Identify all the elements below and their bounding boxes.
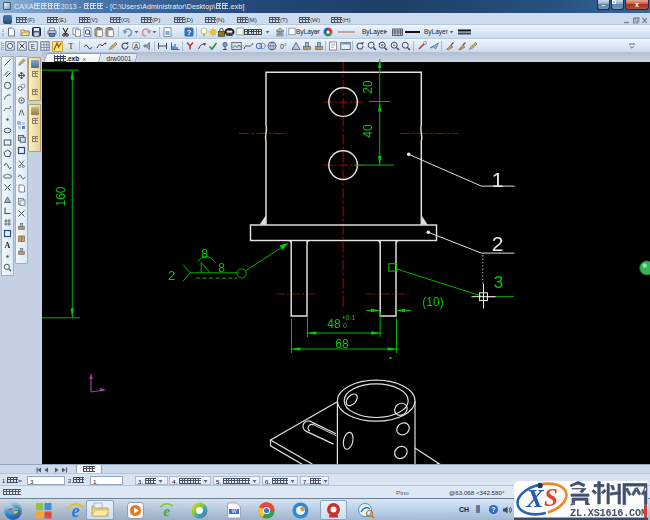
svg-text:(10): (10) <box>422 294 443 308</box>
svg-text:ZL.XS1616.COM: ZL.XS1616.COM <box>570 508 647 519</box>
svg-text:T: T <box>69 42 74 51</box>
svg-text:e: e <box>163 503 170 519</box>
svg-text:2: 2 <box>168 267 175 282</box>
svg-text:0: 0 <box>343 321 347 328</box>
svg-text:8: 8 <box>218 260 225 274</box>
svg-text:X: X <box>525 484 544 513</box>
svg-text:8: 8 <box>201 246 208 260</box>
svg-text:E: E <box>31 43 36 50</box>
svg-text:1: 1 <box>492 167 504 190</box>
svg-text:2: 2 <box>492 232 504 255</box>
svg-text:3: 3 <box>494 273 503 292</box>
svg-text:68: 68 <box>335 337 349 351</box>
svg-text:48: 48 <box>327 316 341 330</box>
svg-text:160: 160 <box>54 186 68 206</box>
svg-text:W: W <box>231 508 237 514</box>
svg-text:20: 20 <box>361 80 375 94</box>
svg-text:40: 40 <box>361 124 375 138</box>
svg-text:?: ? <box>187 28 192 37</box>
svg-text:0°: 0° <box>280 43 287 50</box>
svg-text:A: A <box>5 241 11 250</box>
svg-text:+0.1: +0.1 <box>342 314 356 321</box>
svg-text:S: S <box>544 484 558 511</box>
svg-text:A: A <box>134 43 139 50</box>
